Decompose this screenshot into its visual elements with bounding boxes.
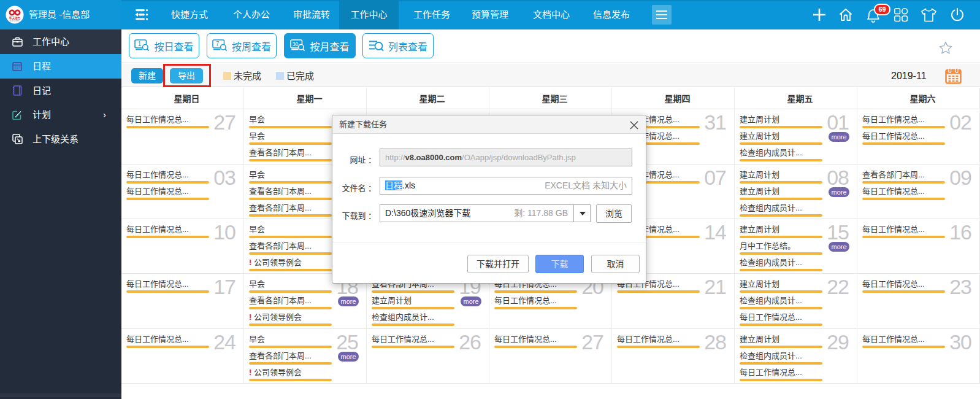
svg-text:华天动力: 华天动力 (9, 16, 21, 20)
svg-text:7: 7 (216, 41, 220, 47)
svg-text:1: 1 (138, 41, 142, 47)
svg-text:30: 30 (293, 41, 299, 47)
svg-text:INTELLIGENT: INTELLIGENT (10, 20, 20, 22)
